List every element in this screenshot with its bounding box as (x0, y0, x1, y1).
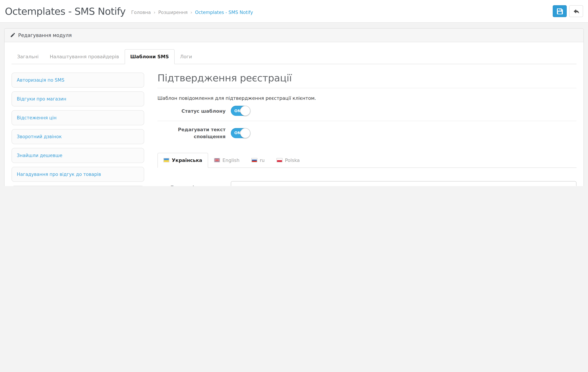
panel-title: Редагування модуля (18, 32, 72, 38)
sidebar-item[interactable]: Відгуки про магазин (11, 92, 144, 106)
flag-pl-icon (277, 158, 283, 162)
panel-heading: Редагування модуля (5, 29, 583, 42)
panel-body: Загальні Налаштування провайдерів Шаблон… (5, 42, 583, 186)
shortcodes-label: Доступні шорткоди: [store] [code] (158, 181, 226, 186)
page-title: Octemplates - SMS Notify (5, 5, 126, 17)
toggle-on-text: ON (234, 131, 241, 135)
module-tab: Загальні (11, 49, 44, 64)
sidebar-item-label: Зворотний дзвінок (17, 134, 62, 139)
template-heading: Підтвердження реєстрації (158, 72, 577, 88)
sidebar-item-label: Знайшли дешевше (17, 153, 62, 158)
save-icon (557, 8, 563, 14)
module-tab-link[interactable]: Налаштування провайдерів (44, 49, 125, 64)
language-tab-link[interactable]: ru (245, 153, 271, 168)
language-tab: Polska (271, 153, 306, 168)
module-tab-link[interactable]: Загальні (11, 49, 44, 64)
breadcrumb-item: Octemplates - SMS Notify (188, 10, 253, 15)
template-description: Шаблон повідомлення для підтвердження ре… (158, 95, 577, 101)
toggle-on-text: ON (234, 109, 241, 113)
edit-text-toggle[interactable]: ON (231, 128, 250, 138)
language-tab-label: Polska (285, 157, 300, 164)
edit-text-label: Редагувати текст сповіщення (158, 126, 226, 140)
sidebar-item[interactable]: Новий коментар у блозі (11, 186, 144, 186)
sidebar-item-label: Нагадування про відгук до товарів (17, 172, 101, 177)
language-tab-label: Українська (172, 157, 202, 164)
language-tab: Українська (158, 153, 208, 168)
back-icon (573, 8, 579, 14)
module-panel: Редагування модуля Загальні Налаштування… (4, 28, 584, 186)
toggle-knob (240, 106, 250, 116)
language-tab: English (208, 153, 245, 168)
pencil-icon (10, 33, 15, 38)
template-editor: Підтвердження реєстрації Шаблон повідомл… (158, 72, 577, 186)
module-tab: Логи (174, 49, 198, 64)
breadcrumb-link[interactable]: Розширення (158, 10, 188, 15)
sidebar-item[interactable]: Авторизація по SMS (11, 72, 144, 88)
sidebar-item[interactable]: Знайшли дешевше (11, 148, 144, 163)
shortcodes-title: Доступні шорткоди: (158, 184, 226, 186)
module-tabs: Загальні Налаштування провайдерів Шаблон… (11, 49, 577, 64)
breadcrumb: Головна Розширення Octemplates - SMS Not… (131, 10, 253, 15)
shortcodes-row: Доступні шорткоди: [store] [code] Ваш ко… (158, 181, 577, 186)
edit-text-row: Редагувати текст сповіщення ON (158, 121, 577, 145)
breadcrumb-item: Головна (131, 10, 151, 15)
back-button[interactable] (569, 5, 583, 17)
sidebar-item[interactable]: Відстеження цін (11, 110, 144, 125)
status-toggle[interactable]: ON (231, 106, 250, 116)
toggle-knob (240, 128, 250, 138)
sidebar-item[interactable]: Нагадування про відгук до товарів (11, 167, 144, 182)
module-tab-link[interactable]: Шаблони SMS (125, 49, 175, 64)
status-label: Статус шаблону (158, 107, 226, 114)
language-tab-label: English (222, 157, 240, 164)
sidebar-item[interactable]: Зворотний дзвінок (11, 129, 144, 144)
header-buttons (553, 5, 583, 17)
page: Octemplates - SMS Notify Головна Розшире… (0, 0, 588, 186)
sidebar-item-label: Відгуки про магазин (17, 96, 66, 102)
sidebar-item-label: Відстеження цін (17, 115, 57, 120)
language-tab: ru (245, 153, 271, 168)
flag-en-icon (214, 158, 220, 162)
status-row: Статус шаблону ON (158, 101, 577, 121)
language-tab-link[interactable]: Українська (158, 153, 208, 168)
page-header: Octemplates - SMS Notify Головна Розшире… (0, 0, 588, 23)
template-sidebar: Авторизація по SMS Відгуки про магазин В… (11, 72, 144, 186)
breadcrumb-item: Розширення (151, 10, 188, 15)
flag-ru-icon (252, 158, 257, 162)
save-button[interactable] (553, 5, 567, 17)
breadcrumb-link[interactable]: Octemplates - SMS Notify (195, 10, 253, 15)
language-tabs: Українська (158, 153, 577, 168)
module-tab: Налаштування провайдерів (44, 49, 125, 64)
template-text-input[interactable]: Ваш код: [code] З повагою: [store] (231, 181, 577, 186)
breadcrumb-link[interactable]: Головна (131, 10, 151, 15)
flag-ua-icon (163, 158, 169, 162)
language-tab-link[interactable]: Polska (271, 153, 306, 168)
module-tab-link[interactable]: Логи (174, 49, 198, 64)
sidebar-item-label: Авторизація по SMS (17, 77, 64, 83)
language-tab-link[interactable]: English (208, 153, 245, 168)
language-tab-label: ru (260, 157, 265, 164)
module-tab: Шаблони SMS (125, 49, 175, 64)
